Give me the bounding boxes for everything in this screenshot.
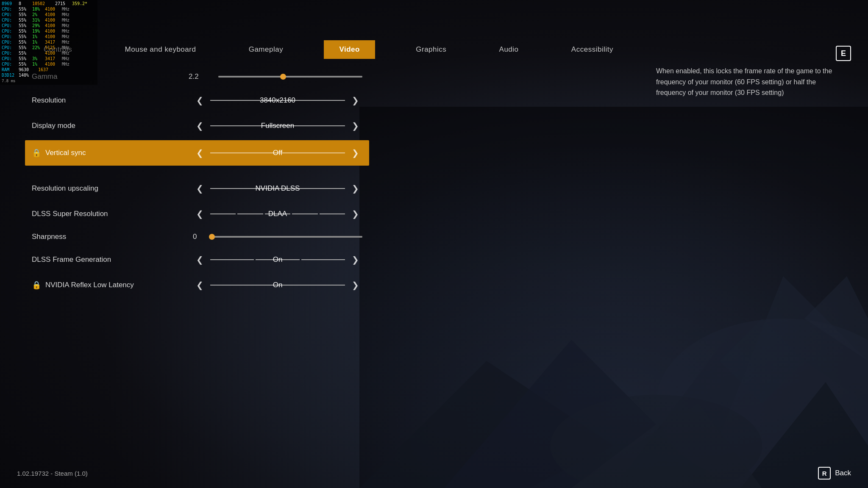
setting-label-dlss-frame-gen: DLSS Frame Generation	[32, 255, 193, 264]
tab-mouse-keyboard[interactable]: Mouse and keyboard	[113, 40, 208, 59]
dlss-super-res-value: DLAA	[268, 210, 287, 218]
dlss-frame-gen-value: On	[273, 255, 283, 264]
nvidia-reflex-next[interactable]: ❯	[348, 278, 362, 292]
dlss-frame-gen-control: ❮ On ❯	[193, 253, 362, 266]
dlss-super-res-label: DLSS Super Resolution	[32, 210, 108, 218]
setting-label-resolution: Resolution	[32, 96, 193, 105]
resolution-upscaling-value: NVIDIA DLSS	[256, 184, 300, 193]
tab-video[interactable]: Video	[324, 40, 375, 59]
vertical-sync-label: Vertical sync	[45, 149, 86, 157]
display-mode-control: ❮ Fullscreen ❯	[193, 119, 362, 133]
setting-row-resolution-upscaling: Resolution upscaling ❮ NVIDIA DLSS ❯	[32, 176, 362, 201]
back-key-indicator: R	[818, 467, 831, 480]
lock-icon-nvidia-reflex: 🔒	[32, 280, 41, 290]
background-rocks	[359, 107, 868, 488]
resolution-upscaling-label: Resolution upscaling	[32, 184, 98, 193]
sharpness-value: 0	[193, 233, 206, 241]
setting-row-resolution: Resolution ❮ 3840x2160 ❯	[32, 88, 362, 113]
vertical-sync-control: ❮ Off ❯	[193, 146, 362, 160]
info-panel: When enabled, this locks the frame rate …	[656, 66, 834, 98]
vertical-sync-value: Off	[273, 149, 282, 157]
lock-icon-vertical-sync: 🔒	[32, 148, 41, 158]
vertical-sync-label-container: 🔒 Vertical sync	[32, 148, 193, 158]
setting-row-display-mode: Display mode ❮ Fullscreen ❯	[32, 113, 362, 139]
gamma-control: 2.2	[189, 72, 362, 81]
performance-overlay: 8969 8 10502 2715 359.2* CPU: 55% 18% 41…	[0, 0, 97, 85]
setting-row-nvidia-reflex: 🔒 NVIDIA Reflex Low Latency ❮ On ❯	[32, 272, 362, 298]
dlss-super-res-next[interactable]: ❯	[348, 207, 362, 221]
dlss-frame-gen-next[interactable]: ❯	[348, 253, 362, 266]
sharpness-control: 0	[193, 233, 362, 241]
setting-label-dlss-super-res: DLSS Super Resolution	[32, 210, 193, 218]
setting-label-sharpness: Sharpness	[32, 233, 193, 241]
tab-accessibility[interactable]: Accessibility	[559, 40, 625, 59]
setting-label-resolution-upscaling: Resolution upscaling	[32, 184, 193, 193]
vertical-sync-next[interactable]: ❯	[348, 146, 362, 160]
dlss-frame-gen-prev[interactable]: ❮	[193, 253, 207, 266]
footer-bar: 1.02.19732 - Steam (1.0) R Back	[0, 467, 868, 480]
display-mode-next[interactable]: ❯	[348, 119, 362, 133]
setting-label-display-mode: Display mode	[32, 122, 193, 130]
nvidia-reflex-value: On	[273, 281, 283, 289]
dlss-super-res-control: ❮ DLAA ❯	[193, 207, 362, 221]
nvidia-reflex-label: NVIDIA Reflex Low Latency	[45, 281, 134, 289]
sharpness-thumb[interactable]	[209, 234, 215, 240]
gamma-slider[interactable]	[218, 76, 362, 78]
setting-row-sharpness: Sharpness 0	[32, 227, 362, 247]
setting-row-dlss-frame-gen: DLSS Frame Generation ❮ On ❯	[32, 247, 362, 272]
nvidia-reflex-control: ❮ On ❯	[193, 278, 362, 292]
resolution-value: 3840x2160	[260, 96, 295, 105]
display-mode-prev[interactable]: ❮	[193, 119, 207, 133]
nav-tabs: Controls Mouse and keyboard Gameplay Vid…	[32, 40, 625, 59]
sharpness-label: Sharpness	[32, 233, 66, 241]
setting-row-vertical-sync: 🔒 Vertical sync ❮ Off ❯	[25, 140, 369, 166]
setting-row-dlss-super-res: DLSS Super Resolution ❮ DLAA ❯	[32, 201, 362, 227]
tab-audio[interactable]: Audio	[487, 40, 531, 59]
resolution-label: Resolution	[32, 96, 66, 105]
tab-graphics[interactable]: Graphics	[404, 40, 458, 59]
dlss-frame-gen-label: DLSS Frame Generation	[32, 255, 111, 264]
resolution-next[interactable]: ❯	[348, 94, 362, 107]
info-panel-text: When enabled, this locks the frame rate …	[656, 66, 834, 98]
resolution-upscaling-control: ❮ NVIDIA DLSS ❯	[193, 182, 362, 195]
resolution-upscaling-next[interactable]: ❯	[348, 182, 362, 195]
version-text: 1.02.19732 - Steam (1.0)	[17, 470, 88, 477]
sharpness-slider[interactable]	[209, 236, 362, 238]
back-label: Back	[835, 469, 851, 477]
resolution-upscaling-prev[interactable]: ❮	[193, 182, 207, 195]
gamma-thumb[interactable]	[280, 74, 286, 80]
dlss-super-res-prev[interactable]: ❮	[193, 207, 207, 221]
tab-gameplay[interactable]: Gameplay	[237, 40, 295, 59]
resolution-control: ❮ 3840x2160 ❯	[193, 94, 362, 107]
e-key-indicator: E	[836, 46, 851, 61]
back-button[interactable]: R Back	[818, 467, 851, 480]
gamma-value: 2.2	[189, 72, 210, 81]
nvidia-reflex-prev[interactable]: ❮	[193, 278, 207, 292]
settings-panel: Gamma 2.2 Resolution ❮ 3840x2160 ❯ Displ…	[32, 66, 362, 298]
vertical-sync-prev[interactable]: ❮	[193, 146, 207, 160]
display-mode-label: Display mode	[32, 122, 75, 130]
display-mode-value: Fullscreen	[261, 122, 294, 130]
setting-label-nvidia-reflex: 🔒 NVIDIA Reflex Low Latency	[32, 280, 193, 290]
resolution-prev[interactable]: ❮	[193, 94, 207, 107]
